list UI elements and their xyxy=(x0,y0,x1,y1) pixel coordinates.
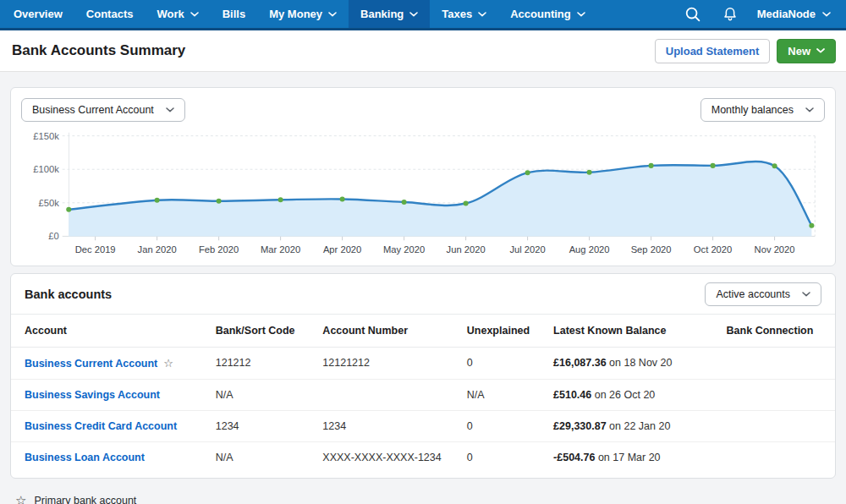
data-point[interactable] xyxy=(772,163,777,168)
balance-area-chart: £0£50k£100k£150kDec 2019Jan 2020Feb 2020… xyxy=(21,125,825,262)
column-account-number: Account Number xyxy=(316,314,459,347)
x-axis-label: Dec 2019 xyxy=(75,244,116,255)
data-point[interactable] xyxy=(464,201,469,206)
y-axis-label: £150k xyxy=(33,131,59,141)
nav-item-my-money[interactable]: My Money xyxy=(257,0,349,28)
x-axis-label: Feb 2020 xyxy=(199,244,239,255)
nav-item-taxes[interactable]: Taxes xyxy=(430,0,498,28)
user-menu[interactable]: MediaNode xyxy=(752,8,836,20)
search-icon[interactable] xyxy=(678,0,708,28)
data-point[interactable] xyxy=(711,163,716,168)
nav-item-label: My Money xyxy=(269,8,322,20)
chart-toolbar: Business Current Account Monthly balance… xyxy=(21,98,825,122)
data-point[interactable] xyxy=(525,170,530,175)
table-row-business-current-account: Business Current Account☆121212121212120… xyxy=(11,347,835,379)
data-point[interactable] xyxy=(155,198,160,203)
column-bank-connection: Bank Connection xyxy=(720,314,835,347)
account-link[interactable]: Business Savings Account xyxy=(25,389,160,401)
column-unexplained: Unexplained xyxy=(460,314,547,347)
bank-connection-cell xyxy=(720,347,835,379)
bank-accounts-title: Bank accounts xyxy=(25,288,112,301)
bank-connection-cell xyxy=(720,410,835,441)
account-select[interactable]: Business Current Account xyxy=(21,98,185,122)
chevron-down-icon xyxy=(328,12,337,17)
nav-item-label: Bills xyxy=(222,8,245,20)
account-link[interactable]: Business Credit Card Account xyxy=(25,420,177,432)
upload-statement-button[interactable]: Upload Statement xyxy=(655,39,771,63)
balance-view-select[interactable]: Monthly balances xyxy=(700,98,825,122)
unexplained-cell: 0 xyxy=(460,441,547,473)
y-axis-label: £100k xyxy=(33,164,59,174)
account-link[interactable]: Business Loan Account xyxy=(25,452,145,463)
account-number-cell: XXXX-XXXX-XXXX-1234 xyxy=(316,441,459,473)
new-button-label: New xyxy=(788,45,810,58)
chevron-down-icon xyxy=(190,12,199,17)
nav-right: MediaNode xyxy=(678,0,846,28)
data-point[interactable] xyxy=(809,223,814,228)
data-point[interactable] xyxy=(278,197,283,202)
main-content: Business Current Account Monthly balance… xyxy=(0,72,846,504)
data-point[interactable] xyxy=(66,207,71,212)
balance-view-select-value: Monthly balances xyxy=(711,104,794,116)
x-axis-label: May 2020 xyxy=(383,244,425,255)
star-icon: ☆ xyxy=(15,493,26,504)
y-axis-label: £50k xyxy=(39,198,60,208)
chevron-down-icon xyxy=(577,12,585,17)
unexplained-cell: 0 xyxy=(460,410,547,441)
balance-amount: -£504.76 xyxy=(553,452,595,463)
nav-item-overview[interactable]: Overview xyxy=(2,0,74,28)
column-latest-balance: Latest Known Balance xyxy=(547,314,720,347)
nav-item-label: Contacts xyxy=(86,8,134,20)
account-number-cell: 1234 xyxy=(316,410,459,441)
notifications-bell-icon[interactable] xyxy=(715,0,745,28)
account-link[interactable]: Business Current Account xyxy=(25,358,157,370)
nav-item-label: Accounting xyxy=(510,8,571,20)
accounts-filter-value: Active accounts xyxy=(716,288,790,300)
table-row-business-savings-account: Business Savings AccountN/AN/A£510.46 on… xyxy=(11,379,835,410)
data-point[interactable] xyxy=(402,200,407,205)
x-axis-label: Jan 2020 xyxy=(138,244,177,255)
account-number-cell xyxy=(316,379,459,410)
data-point[interactable] xyxy=(340,196,345,201)
x-axis-label: Jun 2020 xyxy=(447,244,486,255)
column-account: Account xyxy=(11,314,209,347)
latest-balance-cell: £16,087.36 on 18 Nov 20 xyxy=(547,347,720,379)
x-axis-label: Jul 2020 xyxy=(509,244,545,255)
latest-balance-cell: £510.46 on 26 Oct 20 xyxy=(547,379,720,410)
sort-code-cell: N/A xyxy=(209,441,316,473)
bank-connection-cell xyxy=(720,379,835,410)
accounts-filter-select[interactable]: Active accounts xyxy=(705,282,821,306)
nav-item-banking[interactable]: Banking xyxy=(349,0,430,28)
data-point[interactable] xyxy=(587,170,592,175)
chevron-down-icon xyxy=(805,107,814,112)
nav-item-bills[interactable]: Bills xyxy=(211,0,257,28)
nav-item-label: Work xyxy=(157,8,184,20)
sort-code-cell: N/A xyxy=(209,379,316,410)
page-header: Bank Accounts Summary Upload Statement N… xyxy=(0,30,846,72)
nav-item-accounting[interactable]: Accounting xyxy=(498,0,597,28)
unexplained-cell: N/A xyxy=(460,379,547,410)
nav-item-label: Taxes xyxy=(442,8,472,20)
x-axis-label: Oct 2020 xyxy=(694,244,732,255)
bank-accounts-table: Account Bank/Sort Code Account Number Un… xyxy=(11,314,835,473)
account-select-value: Business Current Account xyxy=(32,104,154,116)
bank-connection-cell xyxy=(720,441,835,473)
primary-star-icon[interactable]: ☆ xyxy=(163,357,173,370)
table-row-business-loan-account: Business Loan AccountN/AXXXX-XXXX-XXXX-1… xyxy=(11,441,835,473)
header-actions: Upload Statement New xyxy=(655,39,836,63)
data-point[interactable] xyxy=(649,163,654,168)
x-axis-label: Nov 2020 xyxy=(755,244,795,255)
nav-item-contacts[interactable]: Contacts xyxy=(74,0,146,28)
x-axis-label: Aug 2020 xyxy=(569,244,610,255)
nav-item-work[interactable]: Work xyxy=(145,0,210,28)
x-axis-label: Sep 2020 xyxy=(631,244,672,255)
nav-item-label: Overview xyxy=(14,8,63,20)
data-point[interactable] xyxy=(217,199,222,204)
balance-chart-card: Business Current Account Monthly balance… xyxy=(10,87,836,266)
nav-item-label: Banking xyxy=(360,8,404,20)
latest-balance-cell: -£504.76 on 17 Mar 20 xyxy=(547,441,720,473)
balance-amount: £16,087.36 xyxy=(553,357,607,369)
primary-account-legend-label: Primary bank account xyxy=(34,495,136,504)
new-button[interactable]: New xyxy=(777,39,836,63)
balance-amount: £510.46 xyxy=(553,389,591,401)
